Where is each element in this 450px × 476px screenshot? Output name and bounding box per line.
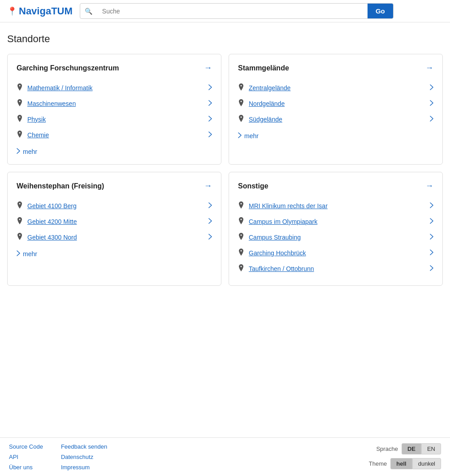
location-item-left: Maschinenwesen (17, 99, 76, 108)
search-icon: 🔍 (80, 4, 97, 18)
header: 📍 NavigaTUM 🔍 Go (0, 0, 450, 22)
list-item[interactable]: MRI Klinikum rechts der Isar (238, 198, 433, 214)
mehr-link-stammgelaende[interactable]: mehr (238, 132, 433, 140)
list-item[interactable]: Campus im Olympiapark (238, 214, 433, 229)
list-item[interactable]: Mathematik / Informatik (17, 80, 212, 96)
logo-text: NavigaTUM (19, 5, 73, 17)
location-pin-icon (238, 83, 244, 92)
chevron-right-icon (208, 84, 212, 92)
location-item-left: Nordgelände (238, 99, 285, 108)
card-arrow-stammgelaende[interactable]: → (425, 63, 433, 73)
card-title-stammgelaende: Stammgelände (238, 64, 289, 72)
location-name[interactable]: Campus Straubing (249, 234, 301, 241)
location-item-left: Campus Straubing (238, 233, 301, 241)
location-pin-icon (17, 201, 23, 210)
list-item[interactable]: Physik (17, 111, 212, 127)
card-arrow-garching[interactable]: → (204, 63, 212, 73)
location-item-left: Zentralgelände (238, 83, 290, 92)
location-name[interactable]: Gebiet 4200 Mitte (27, 218, 77, 225)
list-item[interactable]: Südgelände (238, 111, 433, 127)
chevron-right-icon (430, 202, 433, 210)
location-pin-icon (238, 217, 244, 226)
location-name[interactable]: Taufkirchen / Ottobrunn (249, 265, 314, 272)
search-bar: 🔍 Go (80, 3, 394, 19)
list-item[interactable]: Maschinenwesen (17, 96, 212, 111)
card-garching: Garching Forschungszentrum→ Mathematik /… (7, 54, 221, 165)
location-item-left: Campus im Olympiapark (238, 217, 317, 226)
chevron-right-icon (17, 250, 20, 258)
location-pin-icon (238, 99, 244, 108)
location-name[interactable]: Mathematik / Informatik (27, 84, 93, 92)
locations-grid: Garching Forschungszentrum→ Mathematik /… (7, 54, 443, 286)
chevron-right-icon (430, 116, 433, 123)
location-item-left: Taufkirchen / Ottobrunn (238, 264, 314, 273)
location-pin-icon (17, 83, 23, 92)
page-title: Standorte (7, 33, 443, 45)
chevron-right-icon (430, 84, 433, 92)
card-header-garching: Garching Forschungszentrum→ (17, 63, 212, 73)
list-item[interactable]: Nordgelände (238, 96, 433, 111)
main-content: Standorte Garching Forschungszentrum→ Ma… (0, 22, 450, 297)
list-item[interactable]: Gebiet 4100 Berg (17, 198, 212, 214)
location-name[interactable]: Südgelände (249, 116, 282, 123)
card-arrow-weihenstephan[interactable]: → (204, 181, 212, 191)
location-pin-icon (238, 249, 244, 257)
chevron-right-icon (430, 265, 433, 272)
chevron-right-icon (208, 202, 212, 210)
card-header-weihenstephan: Weihenstephan (Freising)→ (17, 181, 212, 191)
location-item-left: Gebiet 4100 Berg (17, 201, 77, 210)
location-pin-icon (238, 233, 244, 241)
location-item-left: Gebiet 4300 Nord (17, 233, 77, 241)
chevron-right-icon (430, 234, 433, 241)
card-sonstige: Sonstige→ MRI Klinikum rechts der Isar C… (229, 172, 443, 286)
card-title-sonstige: Sonstige (238, 182, 268, 190)
list-item[interactable]: Gebiet 4300 Nord (17, 229, 212, 245)
card-weihenstephan: Weihenstephan (Freising)→ Gebiet 4100 Be… (7, 172, 221, 286)
list-item[interactable]: Zentralgelände (238, 80, 433, 96)
chevron-right-icon (208, 100, 212, 107)
chevron-right-icon (430, 218, 433, 225)
location-name[interactable]: Garching Hochbrück (249, 249, 306, 257)
location-pin-icon (238, 115, 244, 123)
location-item-left: Chemie (17, 131, 49, 139)
location-name[interactable]: Nordgelände (249, 100, 285, 107)
mehr-link-weihenstephan[interactable]: mehr (17, 250, 212, 258)
list-item[interactable]: Gebiet 4200 Mitte (17, 214, 212, 229)
mehr-link-garching[interactable]: mehr (17, 148, 212, 155)
location-name[interactable]: Maschinenwesen (27, 100, 76, 107)
location-item-left: Gebiet 4200 Mitte (17, 217, 77, 226)
card-stammgelaende: Stammgelände→ Zentralgelände Nordgelände… (229, 54, 443, 165)
location-item-left: MRI Klinikum rechts der Isar (238, 201, 328, 210)
list-item[interactable]: Chemie (17, 127, 212, 143)
location-name[interactable]: Zentralgelände (249, 84, 290, 92)
location-name[interactable]: MRI Klinikum rechts der Isar (249, 202, 328, 210)
location-item-left: Mathematik / Informatik (17, 83, 93, 92)
card-title-garching: Garching Forschungszentrum (17, 64, 119, 72)
chevron-right-icon (208, 234, 212, 241)
location-pin-icon (17, 99, 23, 108)
location-item-left: Garching Hochbrück (238, 249, 306, 257)
logo[interactable]: 📍 NavigaTUM (7, 5, 73, 17)
chevron-right-icon (238, 132, 242, 140)
location-pin-icon (238, 264, 244, 273)
location-item-left: Physik (17, 115, 46, 123)
list-item[interactable]: Garching Hochbrück (238, 245, 433, 261)
list-item[interactable]: Campus Straubing (238, 229, 433, 245)
go-button[interactable]: Go (368, 4, 393, 18)
location-name[interactable]: Campus im Olympiapark (249, 218, 317, 225)
card-arrow-sonstige[interactable]: → (425, 181, 433, 191)
chevron-right-icon (208, 116, 212, 123)
chevron-right-icon (430, 100, 433, 107)
location-name[interactable]: Gebiet 4100 Berg (27, 202, 77, 210)
mehr-label: mehr (244, 132, 259, 140)
location-name[interactable]: Chemie (27, 131, 49, 139)
location-name[interactable]: Gebiet 4300 Nord (27, 234, 77, 241)
location-pin-icon (238, 201, 244, 210)
location-name[interactable]: Physik (27, 116, 46, 123)
list-item[interactable]: Taufkirchen / Ottobrunn (238, 261, 433, 276)
search-input[interactable] (97, 4, 368, 18)
logo-pin-icon: 📍 (7, 6, 17, 16)
card-title-weihenstephan: Weihenstephan (Freising) (17, 182, 104, 190)
mehr-label: mehr (23, 148, 37, 155)
location-pin-icon (17, 131, 23, 139)
